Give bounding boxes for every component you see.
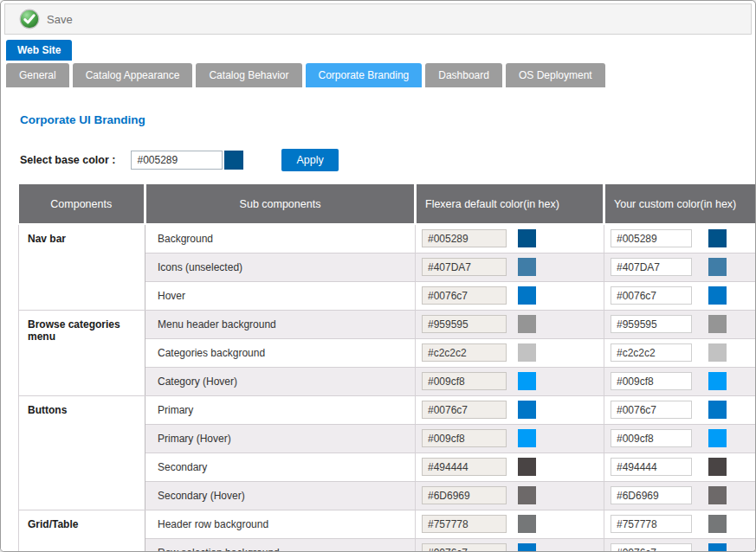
subcomponent-cell: Icons (unselected): [145, 253, 416, 281]
custom-color-swatch: [708, 372, 727, 390]
default-color-cell: [416, 538, 604, 552]
subcomponent-cell: Row selection background: [145, 538, 416, 552]
component-cell: Browse categories menu: [19, 310, 145, 395]
custom-color-cell: [604, 367, 756, 395]
custom-color-swatch: [708, 258, 727, 276]
tab-web-site[interactable]: Web Site: [6, 40, 72, 61]
tab-catalog-behavior[interactable]: Catalog Behavior: [196, 63, 301, 87]
custom-color-cell: [604, 538, 756, 552]
default-hex-input: [422, 458, 507, 476]
default-color-cell: [416, 453, 604, 481]
custom-hex-input[interactable]: [611, 543, 692, 552]
default-hex-input: [422, 229, 507, 247]
default-color-swatch: [518, 315, 536, 333]
default-hex-input: [422, 372, 507, 390]
custom-color-cell: [604, 453, 756, 481]
default-hex-input: [422, 286, 507, 305]
custom-color-cell: [604, 510, 756, 538]
default-hex-input: [422, 543, 507, 552]
default-color-swatch: [518, 286, 536, 305]
default-color-swatch: [518, 258, 536, 276]
table-row: Nav barBackground: [19, 224, 756, 253]
page-title: Corporate UI Branding: [20, 113, 755, 126]
default-hex-input: [422, 429, 507, 447]
default-color-cell: [416, 281, 604, 310]
custom-hex-input[interactable]: [611, 286, 692, 305]
table-row: Grid/TableHeader row background: [19, 510, 756, 538]
custom-color-swatch: [708, 229, 727, 247]
default-color-cell: [416, 424, 604, 453]
col-header-components: Components: [19, 184, 145, 224]
default-color-cell: [416, 310, 604, 338]
component-cell: Nav bar: [19, 224, 145, 310]
component-cell: Buttons: [19, 395, 145, 510]
subcomponent-cell: Categories background: [145, 338, 416, 367]
component-cell: Grid/Table: [19, 510, 145, 552]
save-button[interactable]: Save: [14, 8, 78, 30]
default-color-swatch: [518, 458, 536, 476]
col-header-custom-color: Your custom color(in hex): [604, 184, 756, 224]
table-row: ButtonsPrimary: [19, 395, 756, 424]
custom-color-swatch: [708, 486, 727, 504]
table-row: Browse categories menuMenu header backgr…: [19, 310, 756, 338]
default-color-cell: [416, 395, 604, 424]
subcomponent-cell: Hover: [145, 281, 416, 310]
save-check-icon: [19, 9, 40, 29]
custom-hex-input[interactable]: [611, 486, 692, 504]
custom-color-swatch: [708, 315, 727, 333]
default-color-cell: [416, 338, 604, 367]
subcomponent-cell: Header row background: [145, 510, 416, 538]
base-color-swatch: [224, 151, 243, 170]
base-color-input[interactable]: [131, 151, 223, 170]
default-color-swatch: [518, 401, 536, 419]
custom-hex-input[interactable]: [611, 401, 692, 419]
default-color-swatch: [518, 543, 536, 552]
default-hex-input: [422, 343, 507, 362]
default-hex-input: [422, 515, 507, 533]
default-color-swatch: [518, 515, 536, 533]
custom-hex-input[interactable]: [611, 343, 692, 362]
subcomponent-cell: Secondary: [145, 453, 416, 481]
custom-color-cell: [604, 281, 756, 310]
custom-hex-input[interactable]: [611, 515, 692, 533]
tab-dashboard[interactable]: Dashboard: [425, 63, 502, 87]
tab-corporate-branding[interactable]: Corporate Branding: [306, 63, 423, 87]
custom-hex-input[interactable]: [611, 229, 692, 247]
subcomponent-cell: Primary: [145, 395, 416, 424]
default-color-swatch: [518, 229, 536, 247]
base-color-label: Select base color :: [20, 154, 115, 166]
subcomponent-cell: Background: [145, 224, 416, 253]
custom-hex-input[interactable]: [611, 458, 692, 476]
default-color-cell: [416, 224, 604, 253]
tab-bar: GeneralCatalog AppearanceCatalog Behavio…: [6, 63, 605, 87]
custom-color-cell: [604, 224, 756, 253]
custom-hex-input[interactable]: [611, 429, 692, 447]
custom-color-swatch: [708, 429, 727, 447]
tab-catalog-appearance[interactable]: Catalog Appearance: [73, 63, 193, 87]
save-label: Save: [47, 13, 73, 26]
apply-button[interactable]: Apply: [281, 149, 338, 171]
branding-table: Components Sub components Flexera defaul…: [18, 184, 756, 552]
custom-color-cell: [604, 310, 756, 338]
custom-color-cell: [604, 253, 756, 281]
custom-color-swatch: [708, 343, 727, 362]
col-header-default-color: Flexera default color(in hex): [416, 184, 604, 224]
custom-hex-input[interactable]: [611, 372, 692, 390]
custom-color-cell: [604, 395, 756, 424]
subcomponent-cell: Primary (Hover): [145, 424, 416, 453]
subcomponent-cell: Menu header background: [145, 310, 416, 338]
base-color-row: Select base color : Apply: [20, 149, 755, 171]
tab-general[interactable]: General: [6, 63, 69, 87]
default-hex-input: [422, 486, 507, 504]
default-color-swatch: [518, 429, 536, 447]
table-header-row: Components Sub components Flexera defaul…: [19, 184, 756, 224]
content-panel: Corporate UI Branding Select base color …: [1, 87, 755, 551]
subcomponent-cell: Category (Hover): [145, 367, 416, 395]
custom-hex-input[interactable]: [611, 258, 692, 276]
custom-color-cell: [604, 424, 756, 453]
custom-color-swatch: [708, 286, 727, 305]
default-hex-input: [422, 315, 507, 333]
custom-hex-input[interactable]: [611, 315, 692, 333]
tab-os-deployment[interactable]: OS Deployment: [506, 63, 605, 87]
default-color-swatch: [518, 372, 536, 390]
